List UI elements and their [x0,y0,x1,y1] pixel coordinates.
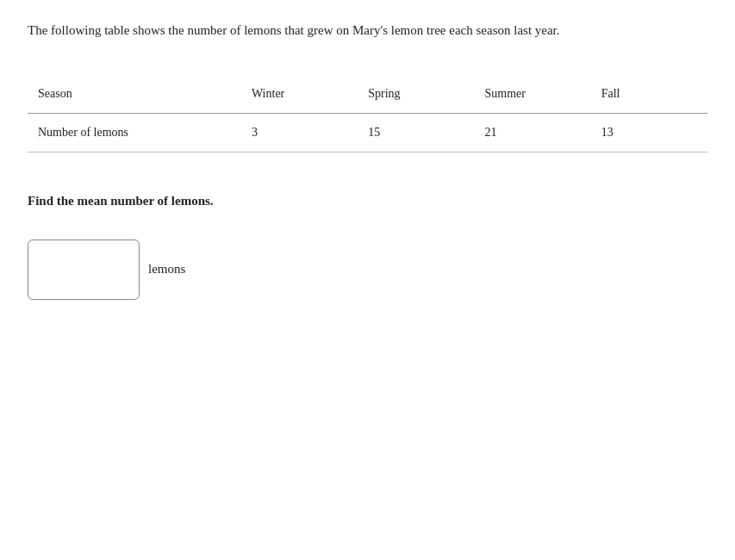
table-header-row: Season Winter Spring Summer Fall [28,75,707,114]
question-label: Find the mean number of lemons. [28,194,707,208]
col-header-winter: Winter [241,75,358,114]
data-table: Season Winter Spring Summer Fall Number … [28,75,707,152]
col-header-season: Season [28,75,241,114]
mean-answer-input[interactable] [28,240,140,300]
col-header-fall: Fall [591,75,707,114]
cell-spring-lemons: 15 [358,113,474,152]
unit-label: lemons [148,262,185,277]
row-label-lemons: Number of lemons [28,113,241,152]
cell-summer-lemons: 21 [474,113,590,152]
table-data-row: Number of lemons 3 15 21 13 [28,113,707,152]
answer-row: lemons [28,240,707,300]
cell-winter-lemons: 3 [241,113,358,152]
cell-fall-lemons: 13 [591,113,707,152]
col-header-spring: Spring [358,75,474,114]
intro-text: The following table shows the number of … [28,21,631,40]
col-header-summer: Summer [474,75,590,114]
